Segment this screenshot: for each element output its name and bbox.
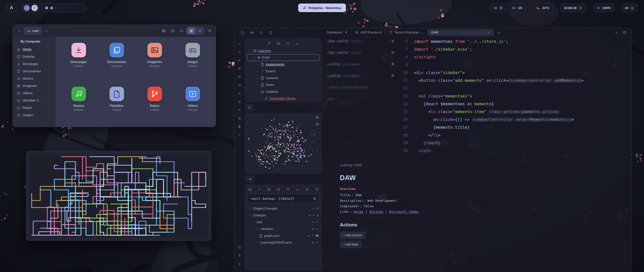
tab-daw[interactable]: DAW <box>428 29 494 36</box>
add-lecture-button[interactable]: + Add Lecture <box>340 232 365 239</box>
tab-list-icon[interactable] <box>615 31 618 35</box>
note-link-outlook[interactable]: Outlook <box>369 210 383 214</box>
sidebar-item-juegos[interactable]: Juegos <box>15 111 54 119</box>
menu-button[interactable] <box>206 27 213 34</box>
launcher-button[interactable]: Λ <box>7 4 17 12</box>
breadcrumb[interactable]: matt <box>24 27 42 35</box>
folder-musica[interactable]: Musica6 items <box>60 87 98 125</box>
sidebar-item-documentos[interactable]: Documentos <box>15 67 54 75</box>
dollar-button[interactable]: $ <box>236 124 243 130</box>
folder-repos[interactable]: Repos6 items <box>136 87 174 125</box>
forward-button[interactable]: › <box>43 27 50 35</box>
explorer-item-subjects[interactable]: Subjects <box>247 88 319 95</box>
list-view-button[interactable] <box>195 27 204 34</box>
clock-pill[interactable]: 18:08:28 <box>560 4 586 12</box>
note-crumb-item[interactable]: Learning <box>340 163 352 167</box>
preview-button[interactable] <box>160 27 167 34</box>
terminal-button[interactable] <box>236 82 243 88</box>
volume-pill[interactable]: 100% <box>593 4 614 12</box>
branch-button[interactable] <box>236 57 243 63</box>
folder-plus-icon[interactable] <box>277 42 280 45</box>
pencil-icon[interactable] <box>267 42 271 45</box>
sidebar-section-header[interactable]: My Computer <box>15 39 54 46</box>
box-button[interactable] <box>236 244 243 250</box>
code-editor[interactable]: 6import mementoes from '../../store.js';… <box>396 38 583 155</box>
stage-icon[interactable]: + <box>313 214 315 217</box>
sidebar-item-musica[interactable]: Musica <box>15 75 54 82</box>
open-editor-item[interactable]: …sveltesrc/compon…M <box>327 74 394 85</box>
graph-filter-icon[interactable] <box>315 122 319 126</box>
calendar-button[interactable] <box>236 74 243 80</box>
graph-canvas[interactable] <box>245 113 321 173</box>
split-layout-icon[interactable] <box>623 31 627 35</box>
power-button[interactable] <box>24 5 30 11</box>
explorer-item-daw[interactable]: DAW <box>247 54 319 61</box>
link-button[interactable] <box>236 107 243 113</box>
circle-plus-icon[interactable] <box>267 188 271 191</box>
open-editor-item[interactable]: …One.sveltesrc/co…U <box>327 39 394 51</box>
folder-plantillas[interactable]: Plantillas7 items <box>98 87 136 125</box>
bookmark-icon[interactable] <box>269 31 272 35</box>
note-crumb-item[interactable]: DAW <box>355 163 362 167</box>
discard-icon[interactable]: ↩ <box>312 227 315 231</box>
keyboard-layout-pill[interactable]: US <box>509 4 526 12</box>
new-tab-button[interactable] <box>496 29 502 36</box>
folder-videos[interactable]: Videos4 items <box>174 87 212 125</box>
back-button[interactable]: ‹ <box>15 27 23 35</box>
folder-open-icon[interactable] <box>250 31 254 35</box>
circle-slash-icon[interactable] <box>248 188 252 191</box>
folder-descargas[interactable]: Descargas2 items <box>60 43 98 81</box>
folder-juegos[interactable]: Juegos8 items <box>174 43 212 81</box>
open-editor-item[interactable]: …sveltesrc/compon…M <box>327 62 394 74</box>
tab-asp-practice-6[interactable]: ASP Practice 6 <box>352 29 385 36</box>
sidebar-item-home[interactable]: Home <box>15 46 54 53</box>
stage-icon[interactable]: + <box>317 241 318 244</box>
sidebar-item-videos[interactable]: Videos <box>15 89 54 97</box>
commit-message-input[interactable] <box>250 196 311 201</box>
random-note-button[interactable] <box>245 176 254 183</box>
git-item-learning-daw-exams[interactable]: Learning/DAW/Exams↩+ <box>247 239 319 246</box>
grid-view-button[interactable] <box>187 27 195 34</box>
clear-input-icon[interactable]: ⊗ <box>313 196 316 201</box>
discard-icon[interactable]: ↩ <box>312 241 315 244</box>
note-breadcrumb[interactable]: Learning / DAW <box>340 163 531 167</box>
grid-button[interactable] <box>236 65 243 72</box>
sidebar-item-repos[interactable]: Repos <box>15 104 54 111</box>
open-editor-item[interactable]: …Two.sveltesrc/co…U <box>327 51 394 62</box>
down-icon[interactable] <box>296 188 299 191</box>
git-item-graph-json[interactable]: graph.json↩+M <box>247 232 319 239</box>
close-tab-icon[interactable] <box>487 31 491 34</box>
close-button[interactable] <box>236 132 243 138</box>
discard-icon[interactable]: ↩ <box>308 234 310 237</box>
add-note-button[interactable]: + Add Note <box>340 241 361 248</box>
layers-button[interactable] <box>236 99 243 105</box>
collapse-icon[interactable] <box>296 42 299 45</box>
circle-minus-icon[interactable] <box>277 188 280 191</box>
notes-button[interactable] <box>31 5 38 11</box>
explorer-item-lectures[interactable]: Lectures <box>247 75 319 81</box>
book-button[interactable] <box>236 90 243 96</box>
weather-pill[interactable]: 24°C <box>533 4 553 12</box>
folder-documentos[interactable]: Documentos14 items <box>98 43 136 81</box>
explorer-item-learning[interactable]: Learning <box>247 47 319 54</box>
git-item-staged-changes[interactable]: Staged Changes—0 <box>247 205 319 212</box>
pencil-button[interactable] <box>236 41 243 47</box>
stage-icon[interactable]: + <box>317 227 318 231</box>
stage-icon[interactable]: + <box>312 234 314 237</box>
open-editor-item[interactable]: …#js <box>327 97 394 109</box>
note-link-aules[interactable]: Aules <box>354 210 364 214</box>
note-link-microsoft-teams[interactable]: Microsoft Teams <box>389 210 419 214</box>
folder-icon[interactable] <box>241 31 245 35</box>
help-button[interactable]: ? <box>236 253 243 259</box>
explorer-item-exams[interactable]: Exams <box>247 68 319 75</box>
discard-icon[interactable]: ↩ <box>312 220 315 224</box>
tab-dashboard[interactable]: Dashboard <box>324 29 351 36</box>
sidebar-item-descargas[interactable]: Descargas <box>15 60 54 67</box>
camera-button[interactable] <box>236 115 243 121</box>
search-button[interactable] <box>236 49 243 55</box>
stage-icon[interactable]: + <box>317 220 318 224</box>
discard-icon[interactable]: ↩ <box>308 214 311 217</box>
git-item-root[interactable]: root↩+ <box>247 219 319 225</box>
search-icon[interactable] <box>259 31 263 35</box>
workspaces-pill[interactable] <box>42 4 86 12</box>
